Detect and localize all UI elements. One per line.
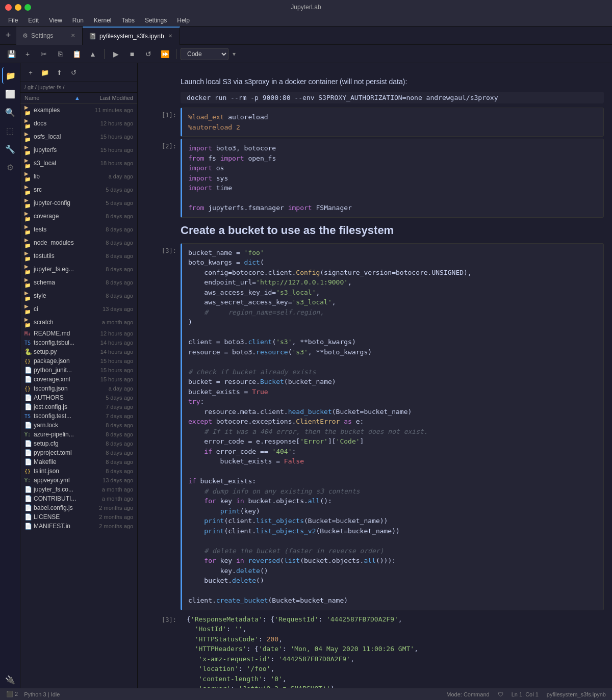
notebook-area[interactable]: Launch local S3 via s3proxy in a docker … bbox=[138, 63, 612, 688]
file-date: 8 days ago bbox=[82, 266, 133, 272]
menu-view[interactable]: View bbox=[45, 16, 66, 25]
list-item[interactable]: {}tsconfig.jsona day ago bbox=[20, 384, 137, 393]
list-item[interactable]: 📄yarn.lock8 days ago bbox=[20, 421, 137, 430]
menu-kernel[interactable]: Kernel bbox=[90, 16, 116, 25]
fb-refresh-button[interactable]: ↺ bbox=[67, 66, 80, 79]
list-item[interactable]: 📄MANIFEST.in2 months ago bbox=[20, 522, 137, 531]
cut-button[interactable]: ✂ bbox=[37, 47, 51, 61]
list-item[interactable]: ▶ 📁scratcha month ago bbox=[20, 316, 137, 329]
list-item[interactable]: ▶ 📁coverage8 days ago bbox=[20, 210, 137, 223]
list-item[interactable]: ▶ 📁node_modules8 days ago bbox=[20, 236, 137, 249]
cell-3-code[interactable]: bucket_name = 'foo' boto_kwargs = dict( … bbox=[181, 243, 604, 610]
list-item[interactable]: ▶ 📁ci13 days ago bbox=[20, 302, 137, 316]
file-name: python_junit... bbox=[34, 367, 80, 374]
sidebar-tabs-icon[interactable]: ⬚ bbox=[2, 122, 18, 139]
list-item[interactable]: Y:appveyor.yml13 days ago bbox=[20, 476, 137, 485]
menu-settings[interactable]: Settings bbox=[141, 16, 171, 25]
menu-help[interactable]: Help bbox=[173, 16, 194, 25]
list-item[interactable]: ▶ 📁jupyter-config5 days ago bbox=[20, 196, 137, 210]
list-item[interactable]: ▶ 📁docs12 hours ago bbox=[20, 117, 137, 130]
close-button[interactable] bbox=[5, 4, 12, 11]
sidebar-files-icon[interactable]: 📁 bbox=[2, 67, 18, 84]
breadcrumb: / git / jupyter-fs / bbox=[20, 82, 137, 93]
file-icon: 📄 bbox=[24, 504, 32, 511]
menu-tabs[interactable]: Tabs bbox=[118, 16, 139, 25]
restart-run-button[interactable]: ⏩ bbox=[158, 47, 172, 61]
list-item[interactable]: {}package.json15 hours ago bbox=[20, 356, 137, 366]
list-item[interactable]: 📄Makefile8 days ago bbox=[20, 457, 137, 466]
move-up-button[interactable]: ▲ bbox=[86, 47, 100, 61]
cell-3[interactable]: [3]: bucket_name = 'foo' boto_kwargs = d… bbox=[146, 243, 604, 610]
cell-type-select[interactable]: Code Markdown Raw bbox=[181, 48, 228, 60]
col-date-header[interactable]: Last Modified bbox=[82, 95, 133, 101]
paste-button[interactable]: 📋 bbox=[69, 47, 84, 61]
fb-upload-button[interactable]: ⬆ bbox=[53, 66, 65, 79]
list-item[interactable]: 📄AUTHORS5 days ago bbox=[20, 393, 137, 402]
menu-file[interactable]: File bbox=[4, 16, 22, 25]
menu-edit[interactable]: Edit bbox=[24, 16, 43, 25]
sidebar-bottom-icon[interactable]: 🔌 bbox=[2, 671, 18, 688]
list-item[interactable]: ▶ 📁tests8 days ago bbox=[20, 223, 137, 236]
list-item[interactable]: ▶ 📁examples11 minutes ago bbox=[20, 103, 137, 117]
menu-run[interactable]: Run bbox=[68, 16, 88, 25]
cell-3-content[interactable]: bucket_name = 'foo' boto_kwargs = dict( … bbox=[181, 243, 604, 610]
list-item[interactable]: TStsconfig.test...7 days ago bbox=[20, 411, 137, 421]
minimize-button[interactable] bbox=[15, 4, 21, 11]
cell-2-content[interactable]: import boto3, botocore from fs import op… bbox=[181, 139, 604, 218]
list-item[interactable]: {}tslint.json8 days ago bbox=[20, 466, 137, 476]
file-name: tests bbox=[34, 226, 80, 233]
sidebar-commands-icon[interactable]: 🔍 bbox=[2, 104, 18, 120]
list-item[interactable]: 📄LICENSE2 months ago bbox=[20, 512, 137, 522]
stop-button[interactable]: ■ bbox=[125, 47, 139, 61]
list-item[interactable]: 🐍setup.py14 hours ago bbox=[20, 347, 137, 356]
file-date: 8 days ago bbox=[82, 279, 133, 286]
tab-notebook[interactable]: 📓 pyfilesystem_s3fs.ipynb ✕ bbox=[83, 27, 180, 45]
cell-1-content[interactable]: %load_ext autoreload %autoreload 2 bbox=[181, 108, 604, 137]
sidebar-running-icon[interactable]: ⬜ bbox=[2, 86, 18, 102]
list-item[interactable]: 📄python_junit...15 hours ago bbox=[20, 366, 137, 375]
list-item[interactable]: ▶ 📁s3_local18 hours ago bbox=[20, 157, 137, 170]
list-item[interactable]: ▶ 📁testutils8 days ago bbox=[20, 249, 137, 263]
list-item[interactable]: 📄jest.config.js7 days ago bbox=[20, 402, 137, 411]
list-item[interactable]: TStsconfig.tsbui...14 hours ago bbox=[20, 338, 137, 347]
tab-notebook-close[interactable]: ✕ bbox=[167, 32, 173, 40]
list-item[interactable]: ▶ 📁jupyter_fs.eg...8 days ago bbox=[20, 263, 137, 276]
cell-1-code[interactable]: %load_ext autoreload %autoreload 2 bbox=[181, 108, 604, 137]
file-date: 2 months ago bbox=[82, 514, 133, 520]
list-item[interactable]: ▶ 📁schema8 days ago bbox=[20, 276, 137, 289]
fb-new-file-button[interactable]: + bbox=[24, 66, 37, 79]
sidebar-extensions-icon[interactable]: 🔧 bbox=[2, 141, 18, 157]
sidebar-settings-icon[interactable]: ⚙ bbox=[2, 159, 18, 175]
tab-settings-close[interactable]: ✕ bbox=[70, 32, 76, 39]
list-item[interactable]: 📄pyproject.toml8 days ago bbox=[20, 448, 137, 457]
list-item[interactable]: Y:azure-pipelin...8 days ago bbox=[20, 430, 137, 439]
copy-button[interactable]: ⎘ bbox=[53, 47, 67, 61]
fb-new-folder-button[interactable]: 📁 bbox=[39, 66, 51, 79]
cell-1[interactable]: [1]: %load_ext autoreload %autoreload 2 bbox=[146, 108, 604, 137]
col-name-header[interactable]: Name bbox=[24, 95, 72, 101]
list-item[interactable]: ▶ 📁jupyterfs15 hours ago bbox=[20, 143, 137, 157]
list-item[interactable]: ▶ 📁src5 days ago bbox=[20, 183, 137, 196]
list-item[interactable]: M↓README.md12 hours ago bbox=[20, 329, 137, 338]
list-item[interactable]: 📄babel.config.js2 months ago bbox=[20, 503, 137, 512]
cell-2-code[interactable]: import boto3, botocore from fs import op… bbox=[181, 139, 604, 218]
save-button[interactable]: 💾 bbox=[4, 47, 18, 61]
list-item[interactable]: ▶ 📁style8 days ago bbox=[20, 289, 137, 302]
restart-button[interactable]: ↺ bbox=[141, 47, 156, 61]
maximize-button[interactable] bbox=[24, 4, 31, 11]
cell-2[interactable]: [2]: import boto3, botocore from fs impo… bbox=[146, 139, 604, 218]
ts-icon: TS bbox=[24, 340, 32, 346]
tab-settings[interactable]: ⚙ Settings ✕ bbox=[16, 27, 83, 45]
add-cell-button[interactable]: + bbox=[20, 47, 35, 61]
tab-bar: + ⚙ Settings ✕ 📓 pyfilesystem_s3fs.ipynb… bbox=[0, 27, 612, 45]
list-item[interactable]: 📄jupyter_fs.co...a month ago bbox=[20, 485, 137, 494]
list-item[interactable]: 📄coverage.xml15 hours ago bbox=[20, 375, 137, 384]
list-item[interactable]: 📄CONTRIBUTI...a month ago bbox=[20, 494, 137, 503]
list-item[interactable]: 📄setup.cfg8 days ago bbox=[20, 439, 137, 448]
window-controls[interactable] bbox=[5, 4, 31, 11]
list-item[interactable]: ▶ 📁osfs_local15 hours ago bbox=[20, 130, 137, 143]
run-button[interactable]: ▶ bbox=[109, 47, 123, 61]
list-item[interactable]: ▶ 📁liba day ago bbox=[20, 170, 137, 183]
docker-command[interactable]: docker run --rm -p 9000:80 --env S3PROXY… bbox=[181, 92, 604, 103]
new-tab-button[interactable]: + bbox=[0, 27, 16, 45]
